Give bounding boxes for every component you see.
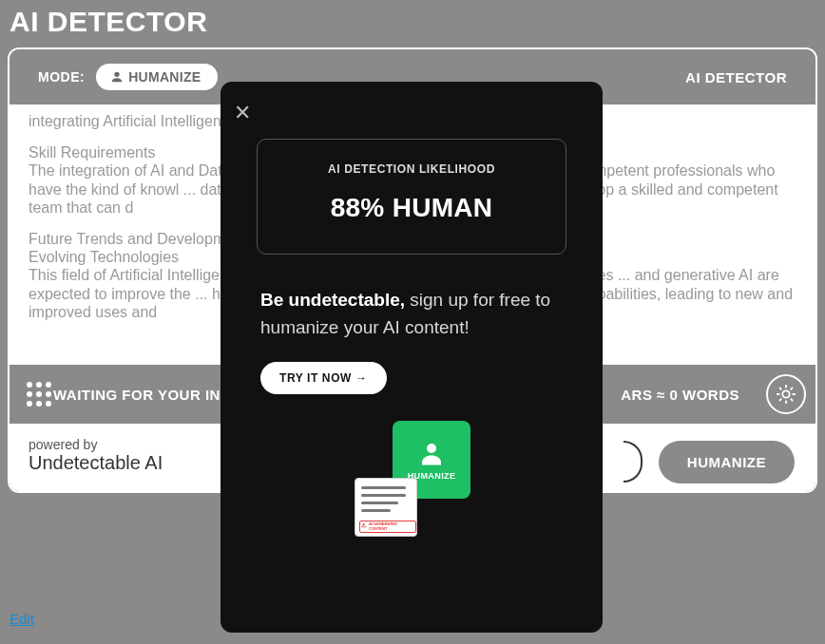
svg-point-10 xyxy=(427,444,436,453)
svg-point-1 xyxy=(782,390,789,397)
document-icon: AI GENERATED CONTENT xyxy=(355,478,417,537)
mode-label: MODE: xyxy=(38,69,85,85)
svg-point-0 xyxy=(115,72,120,77)
svg-line-9 xyxy=(791,388,792,388)
theme-toggle-button[interactable] xyxy=(766,374,806,414)
page-title: AI DETECTOR xyxy=(0,0,825,47)
try-it-now-button[interactable]: TRY IT NOW → xyxy=(260,362,387,394)
user-icon xyxy=(417,439,446,467)
result-value: 88% HUMAN xyxy=(267,193,556,223)
powered-by-label: powered by xyxy=(29,437,163,452)
svg-line-6 xyxy=(779,388,780,388)
loading-dots-icon xyxy=(27,382,51,407)
result-modal: ✕ AI DETECTION LIKELIHOOD 88% HUMAN Be u… xyxy=(221,82,603,633)
sun-icon xyxy=(776,384,796,405)
result-label: AI DETECTION LIKELIHOOD xyxy=(267,162,556,176)
word-count: ARS ≈ 0 WORDS xyxy=(621,387,739,403)
brand-name: Undetectable AI xyxy=(29,452,163,474)
mode-humanize-pill[interactable]: HUMANIZE xyxy=(96,64,218,90)
humanize-button[interactable]: HUMANIZE xyxy=(659,441,795,483)
mode-humanize-label: HUMANIZE xyxy=(128,69,201,85)
secondary-button-edge[interactable] xyxy=(624,441,643,483)
ai-generated-badge: AI GENERATED CONTENT xyxy=(359,521,416,533)
ai-detector-tab[interactable]: AI DETECTOR xyxy=(685,69,787,85)
cta-text: Be undetectable, sign up for free to hum… xyxy=(260,287,563,341)
modal-illustration: HUMANIZE AI GENERATED CONTENT xyxy=(317,421,507,544)
result-box: AI DETECTION LIKELIHOOD 88% HUMAN xyxy=(257,139,566,255)
cta-block: Be undetectable, sign up for free to hum… xyxy=(238,255,585,394)
svg-line-8 xyxy=(779,399,780,400)
svg-line-7 xyxy=(791,399,792,400)
close-icon[interactable]: ✕ xyxy=(234,103,251,123)
edit-link[interactable]: Edit xyxy=(10,611,34,627)
user-icon xyxy=(109,69,125,85)
